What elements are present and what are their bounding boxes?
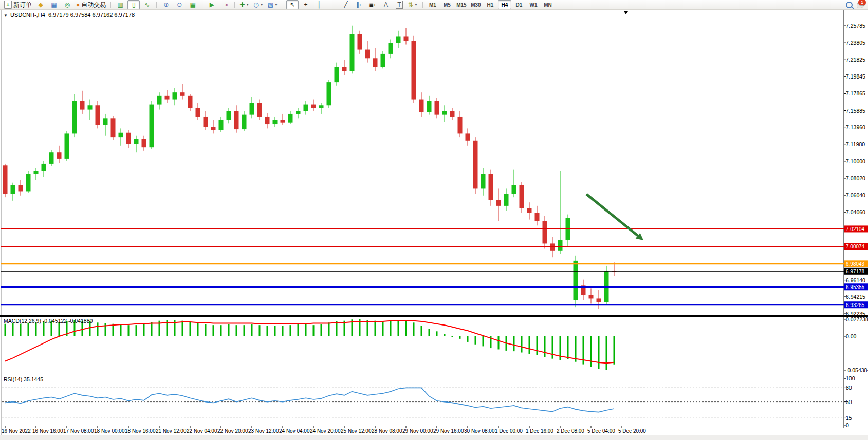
candle-body <box>111 118 116 137</box>
equidistant-channel-button[interactable]: ∥E <box>353 0 365 9</box>
timeframe-H1[interactable]: H1 <box>484 0 497 9</box>
fibonacci-button[interactable]: ≣F <box>366 0 379 9</box>
auto-scroll-button[interactable]: ▶ <box>206 0 218 9</box>
timeframe-M30[interactable]: M30 <box>469 0 483 9</box>
macd-histogram-bar <box>537 336 538 355</box>
chevron-down-icon[interactable]: ▼ <box>260 1 264 8</box>
timeframe-group: M1M5M15M30H1H4D1W1MN <box>426 0 555 9</box>
candle-body <box>535 213 540 221</box>
macd-histogram-bar <box>28 323 29 336</box>
timeframe-M5[interactable]: M5 <box>440 0 454 9</box>
candle-body <box>520 185 524 208</box>
time-tick-label: 16 Nov 16:00 <box>32 428 63 434</box>
vertical-line-button[interactable]: │ <box>313 0 325 9</box>
text-label-button[interactable]: T <box>393 0 405 9</box>
chevron-down-icon[interactable]: ▼ <box>274 1 278 8</box>
macd-histogram-bar <box>143 324 145 336</box>
periods-button[interactable]: ◷▼ <box>252 0 265 9</box>
chart-symbol-period: USDCNH-,H4 <box>10 12 45 18</box>
candle-body <box>589 295 594 299</box>
price-tick-label: 7.15885 <box>846 108 865 114</box>
price-tick-label: 7.25785 <box>846 23 865 29</box>
candle-body <box>19 185 23 192</box>
candle-body <box>88 105 93 109</box>
trendline-button[interactable]: ╱ <box>340 0 352 9</box>
macd-histogram-bar <box>20 324 22 336</box>
candle-body <box>481 174 486 188</box>
zoom-out-button[interactable]: ⊖ <box>173 0 186 9</box>
templates-button[interactable]: ▧▼ <box>266 0 280 9</box>
timeframe-D1[interactable]: D1 <box>512 0 526 9</box>
macd-histogram-bar <box>375 321 376 336</box>
time-tick-label: 22 Nov 20:00 <box>217 428 248 434</box>
timeframe-H4[interactable]: H4 <box>498 0 511 9</box>
notification-badge[interactable]: 1 <box>858 0 866 5</box>
candle-body <box>234 111 239 129</box>
new-order-button[interactable]: +新订单 <box>3 0 33 9</box>
crosshair-button[interactable]: + <box>300 0 312 9</box>
candle-body <box>304 105 308 111</box>
timeframe-W1[interactable]: W1 <box>527 0 540 9</box>
line-chart-button[interactable]: ∿ <box>141 0 153 9</box>
chat-icon[interactable]: 1 <box>857 1 865 8</box>
macd-histogram-bar <box>12 323 14 336</box>
chart-context-toggle-icon[interactable]: ▼ <box>4 13 8 18</box>
text-button[interactable]: A <box>380 0 392 9</box>
chart-shift-icon: ⇥ <box>223 1 228 8</box>
macd-histogram-bar <box>552 336 553 359</box>
chart-shift-button[interactable]: ⇥ <box>219 0 231 9</box>
macd-histogram-bar <box>567 336 569 359</box>
horizontal-line-button[interactable]: ─ <box>326 0 339 9</box>
zoom-in-button[interactable]: ⊕ <box>160 0 172 9</box>
macd-histogram-bar <box>382 321 384 336</box>
chart-canvas[interactable]: 7.021047.000746.980436.953556.932656.971… <box>0 0 868 440</box>
chart-title[interactable]: ▼USDCNH-,H4 6.97179 6.97584 6.97162 6.97… <box>4 12 135 18</box>
price-tick-label: 7.06040 <box>846 192 865 198</box>
price-tick-label: 7.21825 <box>846 56 865 63</box>
macd-histogram-bar <box>459 336 461 339</box>
indicators-button[interactable]: ✚▼ <box>238 0 251 9</box>
tile-windows-button[interactable]: ▦ <box>187 0 199 9</box>
macd-histogram-bar <box>259 325 261 336</box>
macd-histogram-bar <box>590 336 592 367</box>
toolbar-group-trade: +新订单◆▦◎●自动交易 <box>2 0 108 9</box>
data-window-button[interactable]: ▦ <box>48 0 60 9</box>
fibonacci-icon: ≣ <box>368 1 374 8</box>
candle-body <box>365 50 370 59</box>
signals-button[interactable]: ◎ <box>61 0 73 9</box>
candle-body <box>489 174 493 200</box>
candle-body <box>496 200 501 206</box>
candlestick-chart-button[interactable]: ▯ <box>127 0 140 9</box>
chart-ohlc-values: 6.97179 6.97584 6.97162 6.97178 <box>48 12 135 18</box>
macd-histogram-bar <box>120 324 122 336</box>
macd-histogram-bar <box>128 325 130 336</box>
auto-trading-button[interactable]: ●自动交易 <box>75 0 107 9</box>
timeframe-MN[interactable]: MN <box>541 0 555 9</box>
arrows-button[interactable]: ⇅▼ <box>407 0 419 9</box>
time-tick-label: 29 Nov 00:00 <box>402 428 433 434</box>
candle-body <box>173 92 177 99</box>
bar-chart-button[interactable]: ▥ <box>114 0 126 9</box>
candle-body <box>427 101 432 112</box>
rsi-indicator-label: RSI(14) 35.1445 <box>4 376 43 382</box>
chevron-down-icon[interactable]: ▼ <box>414 1 418 8</box>
macd-histogram-bar <box>298 324 299 336</box>
time-tick-label: 21 Nov 12:00 <box>156 428 187 434</box>
candle-body <box>96 105 100 125</box>
auto-scroll-icon: ▶ <box>210 1 214 8</box>
timeframe-M1[interactable]: M1 <box>426 0 439 9</box>
cursor-button[interactable]: ↖ <box>286 0 299 9</box>
search-icon[interactable] <box>846 2 853 8</box>
rsi-axis-label: 80 <box>846 385 852 391</box>
macd-histogram-bar <box>113 324 114 336</box>
cursor-icon: ↖ <box>290 1 295 8</box>
timeframe-M15[interactable]: M15 <box>455 0 468 9</box>
macd-histogram-bar <box>405 321 407 336</box>
rsi-axis-label: 100 <box>846 375 855 381</box>
candle-body <box>442 111 447 115</box>
chevron-down-icon[interactable]: ▼ <box>246 1 249 8</box>
market-watch-button[interactable]: ◆ <box>34 0 47 9</box>
macd-histogram-bar <box>59 322 60 336</box>
price-tick-label: 7.04060 <box>846 209 865 215</box>
candle-body <box>396 36 401 43</box>
